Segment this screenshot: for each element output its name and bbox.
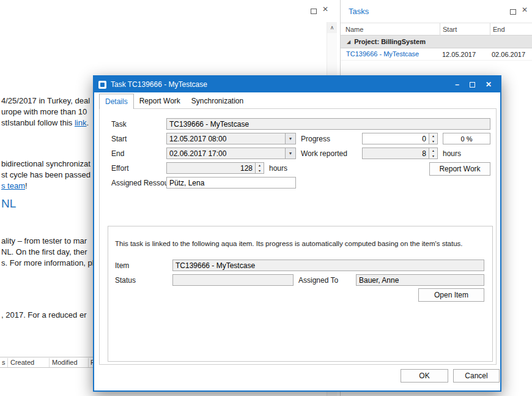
column-header[interactable]: s (2, 359, 6, 366)
task-end-cell: 02.06.2017 (492, 51, 525, 58)
report-work-button[interactable]: Report Work (429, 162, 490, 176)
spin-down-icon: ▾ (256, 168, 264, 174)
progress-spinner[interactable]: 0 ▴ ▾ (362, 133, 438, 144)
app-icon (98, 81, 106, 89)
maximize-icon[interactable] (311, 9, 317, 14)
document-text-line: s team! (1, 181, 28, 190)
spin-up-icon: ▴ (256, 163, 264, 168)
progress-value: 0 (363, 133, 429, 144)
hyperlink[interactable]: link (75, 118, 87, 127)
column-header-name[interactable]: Name (345, 26, 363, 33)
document-text-line: bidirectional synchronizat (1, 159, 91, 168)
status-field (172, 274, 294, 286)
task-link[interactable]: TC139666 - MyTestcase (346, 50, 419, 58)
spin-down-icon: ▾ (429, 139, 437, 144)
end-dropdown-button[interactable]: ▾ (285, 148, 295, 159)
hyperlink[interactable]: s team (1, 181, 25, 190)
end-date-picker[interactable]: 02.06.2017 17:00 ▾ (166, 148, 296, 159)
status-label: Status (115, 276, 136, 285)
tasks-panel-title: Tasks (349, 7, 369, 16)
dialog-title: Task TC139666 - MyTestcase (111, 80, 207, 89)
assigned-to-field: Bauer, Anne (356, 274, 484, 286)
end-date-value: 02.06.2017 17:00 (167, 148, 285, 159)
column-separator (88, 358, 89, 367)
column-header-end[interactable]: End (493, 26, 505, 33)
column-header-modified[interactable]: Modified (52, 359, 78, 366)
chevron-down-icon: ▾ (289, 136, 292, 141)
assigned-to-label: Assigned To (298, 276, 338, 285)
document-text-line: s. For more information, pl (1, 258, 94, 267)
effort-unit: hours (269, 164, 287, 173)
app-icon-glyph (100, 83, 105, 87)
maximize-icon[interactable] (510, 9, 516, 15)
open-item-button[interactable]: Open Item (418, 288, 484, 302)
dialog-tabs: Details Report Work Synchronization (99, 94, 249, 109)
spin-up-icon: ▴ (429, 148, 437, 154)
minimize-icon[interactable]: – (455, 81, 459, 88)
document-heading: NL (1, 197, 16, 211)
document-text-line: NL. On the first day, ther (1, 247, 87, 256)
spin-up-icon: ▴ (429, 133, 437, 139)
start-date-picker[interactable]: 12.05.2017 08:00 ▾ (166, 133, 296, 144)
linked-item-description: This task is linked to the following aqu… (115, 240, 463, 247)
task-start-cell: 12.05.2017 (442, 51, 476, 58)
progress-label: Progress (301, 135, 330, 143)
document-text-line: urope with more than 10 (1, 107, 87, 116)
tab-report-work[interactable]: Report Work (134, 94, 186, 105)
group-row-billingsystem[interactable]: ◢ Project: BillingSystem (341, 35, 532, 48)
document-text-line: 4/25/2017 in Turkey, deal (1, 96, 90, 105)
chevron-up-icon: ∧ (330, 24, 334, 31)
end-label: End (111, 149, 124, 158)
column-header-created[interactable]: Created (10, 359, 34, 366)
document-text-line: ality – from tester to mar (1, 236, 87, 245)
work-reported-spinner[interactable]: 8 ▴ ▾ (362, 148, 438, 159)
maximize-icon[interactable] (470, 82, 475, 88)
text-fragment: ! (25, 181, 28, 190)
column-separator (490, 23, 490, 35)
progress-display: 0 % (443, 133, 490, 144)
item-field: TC139666 - MyTestcase (172, 260, 484, 271)
start-dropdown-button[interactable]: ▾ (285, 133, 295, 144)
tab-details[interactable]: Details (99, 94, 134, 109)
text-fragment: stIstanbul follow this (1, 118, 75, 127)
work-reported-label: Work reported (301, 149, 347, 158)
work-reported-spin-buttons[interactable]: ▴ ▾ (429, 148, 437, 159)
task-field: TC139666 - MyTestcase (166, 118, 490, 130)
task-row[interactable]: TC139666 - MyTestcase 12.05.2017 02.06.2… (341, 48, 532, 61)
document-text-line: st cycle has been passed (1, 170, 91, 179)
cancel-button[interactable]: Cancel (453, 369, 500, 383)
column-separator (49, 358, 50, 367)
work-reported-unit: hours (443, 149, 461, 158)
task-label: Task (111, 120, 127, 129)
effort-value: 128 (167, 163, 255, 173)
column-separator (440, 23, 440, 35)
chevron-down-icon: ▾ (289, 151, 292, 156)
desktop: ✕ ∧ 4/25/2017 in Turkey, deal urope with… (0, 0, 532, 396)
column-header-start[interactable]: Start (443, 26, 457, 33)
close-icon[interactable]: ✕ (486, 81, 492, 88)
start-date-value: 12.05.2017 08:00 (167, 133, 285, 144)
progress-spin-buttons[interactable]: ▴ ▾ (429, 133, 437, 144)
ok-button[interactable]: OK (401, 369, 448, 383)
spin-down-icon: ▾ (429, 154, 437, 159)
close-icon[interactable]: ✕ (522, 6, 528, 13)
document-text-line: stIstanbul follow this link. (1, 118, 89, 127)
start-label: Start (111, 135, 127, 143)
dialog-titlebar[interactable]: Task TC139666 - MyTestcase – ✕ (94, 77, 500, 92)
effort-spin-buttons[interactable]: ▴ ▾ (255, 163, 264, 173)
work-reported-value: 8 (363, 148, 429, 159)
close-icon[interactable]: ✕ (322, 6, 328, 13)
effort-label: Effort (111, 164, 128, 173)
scroll-up-button[interactable]: ∧ (327, 22, 337, 33)
document-text-line: , 2017. For a reduced er (1, 310, 86, 319)
group-label: Project: BillingSystem (354, 38, 426, 45)
column-separator (7, 358, 8, 367)
text-fragment: . (86, 118, 89, 127)
tasks-grid-header: Name Start End (341, 23, 532, 35)
task-dialog: Task TC139666 - MyTestcase – ✕ Details R… (93, 75, 501, 392)
dialog-window-controls: – ✕ (455, 81, 500, 88)
effort-spinner[interactable]: 128 ▴ ▾ (166, 162, 264, 174)
item-label: Item (115, 261, 129, 270)
tab-synchronization[interactable]: Synchronization (186, 94, 249, 105)
assigned-resource-field[interactable]: Pütz, Lena (166, 177, 296, 189)
